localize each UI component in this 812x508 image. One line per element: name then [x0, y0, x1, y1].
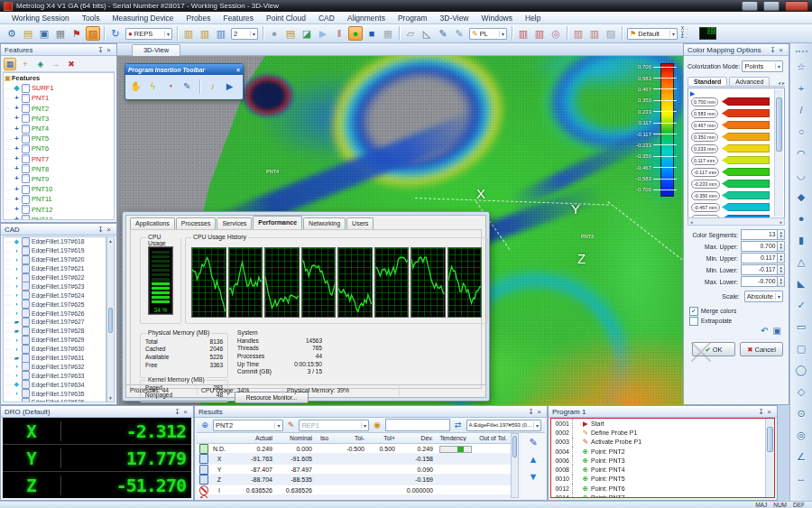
scan-scene[interactable]: X Y Z PNT4 PNT3 0.7000.5830.4670.3500.23… [117, 55, 683, 405]
mesh-gold-icon[interactable]: ▤ [283, 26, 298, 41]
manual-move-icon[interactable]: ✋ [129, 79, 143, 93]
move-down-icon[interactable]: ▼ [526, 469, 540, 484]
result-row-n-d[interactable]: N.D.0.2490.000-0.5000.5000.249 [197, 444, 511, 454]
send-icon[interactable]: → [50, 58, 62, 70]
field-value-color-segments[interactable]: 13 [741, 229, 778, 240]
tree-item-pnt6[interactable]: ···+PNT6 [4, 143, 114, 153]
feature-combo[interactable]: PNT2▾ [213, 420, 283, 431]
mesh-gray-icon[interactable]: ▨ [604, 26, 618, 41]
tm-tab-processes[interactable]: Processes [176, 217, 217, 229]
open-icon[interactable]: ▤ [21, 26, 35, 41]
filter-input[interactable] [385, 419, 450, 431]
line-feature-icon[interactable]: / [792, 99, 810, 121]
pl-combo[interactable]: ✎PL▾ [469, 28, 507, 40]
cad-item-edgefillet-197-628[interactable]: ···▰EdgeFillet.197#628 [4, 327, 106, 336]
transform-icon[interactable]: ⇄ [453, 420, 464, 431]
viewport-3d[interactable]: 3D-View X Y Z PNT4 PNT3 0.7000.5830.4670… [117, 43, 683, 405]
cad-item-edgefillet-197-633[interactable]: ···◗EdgeFillet.197#633 [4, 371, 106, 380]
spinner[interactable]: ▲ ▼ [778, 241, 785, 252]
cad-item-edgefillet-197-620[interactable]: ···◗EdgeFillet.197#620 [4, 255, 106, 264]
circle-point-icon[interactable]: ⊙ [792, 402, 810, 424]
minimize-button[interactable] [742, 1, 758, 11]
color-chip-0-467-mm[interactable]: -0.467 mm [691, 201, 770, 213]
color-chip-0-583-mm[interactable]: 0.583 mm [691, 107, 770, 119]
menu-item-program[interactable]: Program [392, 14, 434, 23]
cad-item-edgefillet-197-631[interactable]: ···▰EdgeFillet.197#631 [4, 354, 106, 363]
vee-feature-icon[interactable]: ✓ [792, 294, 810, 316]
slab-feature-icon[interactable]: ▭ [792, 316, 810, 337]
tree-item-pnt7[interactable]: ···+PNT7 [4, 154, 114, 164]
menu-item-windows[interactable]: Windows [475, 14, 519, 23]
tree-item-pnt3[interactable]: ···+PNT3 [4, 114, 114, 124]
scan-target-icon[interactable]: ◎ [549, 26, 563, 41]
cloud-gold2-icon[interactable]: ▥ [198, 26, 212, 41]
program-insertion-toolbar[interactable]: Program Insertion Toolbar × ✋ϟ◔✎♪▶ [125, 63, 244, 100]
field-value-max-lower[interactable]: -0.700 [741, 276, 778, 287]
tm-tab-networking[interactable]: Networking [303, 217, 346, 229]
pin-icon[interactable]: ↧ [97, 46, 105, 54]
cancel-button[interactable]: ✖ Cancel [740, 342, 783, 356]
scan-red2-icon[interactable]: ▥ [532, 26, 547, 41]
result-row-j[interactable]: J0.3625880.3625880.000000 [197, 495, 511, 498]
move-up-icon[interactable]: ▲ [526, 452, 540, 466]
cloud-gold-icon[interactable]: ▥ [181, 26, 196, 41]
tm-tab-services[interactable]: Services [217, 217, 252, 229]
result-row-z[interactable]: Z-88.704-88.535-0.169 [197, 475, 511, 485]
results-scrollbar[interactable] [511, 433, 519, 498]
cm-tab-advanced[interactable]: Advanced [729, 77, 770, 86]
menu-item-tools[interactable]: Tools [76, 14, 106, 23]
field-value-min-lower[interactable]: -0.117 [741, 264, 778, 275]
scale-marker-icon[interactable]: ▶ [690, 90, 695, 97]
cad-item-edgefillet-197-625[interactable]: ···◗EdgeFillet.197#625 [4, 300, 106, 309]
program-step-0010[interactable]: 0010⊕Point: PNT5 [551, 475, 766, 484]
color-chip-0-350-mm[interactable]: -0.350 mm [691, 189, 770, 201]
cad-item-edgefillet-197-632[interactable]: ···◗EdgeFillet.197#632 [4, 362, 106, 371]
checkbox-merge-colors[interactable]: ✓Merge colors [689, 306, 785, 316]
point-feature-icon[interactable]: + [792, 78, 810, 99]
cad-trim-icon[interactable]: ◺ [420, 26, 434, 41]
settings-icon[interactable]: ⚙ [5, 26, 19, 41]
field-value-min-upper[interactable]: 0.117 [741, 253, 778, 263]
grid-icon[interactable]: ▦ [381, 26, 395, 41]
pen-arrow-icon[interactable]: ✎ [452, 26, 466, 41]
program-step-0004[interactable]: 0004⊕Point: PNT2 [551, 447, 766, 456]
probe-compensation-icon[interactable]: ✎ [180, 79, 194, 93]
construct-feature-icon[interactable]: + [19, 58, 32, 70]
cad-item-edgefillet-197-626[interactable]: ···◗EdgeFillet.197#626 [4, 309, 106, 318]
tm-tab-performance[interactable]: Performance [253, 216, 302, 229]
tree-item-pnt12[interactable]: ···+PNT12 [4, 204, 114, 214]
default-combo[interactable]: ⚑Default▾ [627, 28, 678, 40]
tab-scroll-arrows[interactable]: ◂ ▸ [778, 79, 785, 86]
count-combo[interactable]: 2▾ [231, 28, 258, 40]
scale-scrollbar[interactable] [774, 89, 783, 217]
program-step-0006[interactable]: 0006⊕Point: PNT3 [551, 456, 766, 465]
color-chip-0-467-mm[interactable]: 0.467 mm [691, 119, 770, 131]
cad-item-edgefillet-197-619[interactable]: ···◗EdgeFillet.197#619 [4, 246, 106, 255]
feature-construct-icon[interactable]: ☆ [792, 56, 810, 78]
close-icon[interactable]: × [535, 408, 543, 416]
tree-item-pnt1[interactable]: ···+PNT1 [4, 93, 114, 103]
slot-feature-icon[interactable]: ◡ [792, 164, 810, 186]
task-manager-window[interactable]: ApplicationsProcessesServicesPerformance… [122, 211, 490, 402]
scan-arrow2-icon[interactable]: ▥ [587, 26, 602, 41]
color-chip-0-350-mm[interactable]: 0.350 mm [691, 131, 770, 143]
cad-item-edgefillet-197-635[interactable]: ···◗EdgeFillet.197#635 [4, 389, 106, 398]
pin-icon[interactable]: ↧ [527, 408, 535, 416]
cloud-blue-icon[interactable]: ▥ [214, 26, 228, 41]
color-chip-0-700-mm[interactable]: 0.700 mm [691, 96, 770, 107]
cad-ref-combo[interactable]: A:EdgeFillet.197#593 (0...▾ [466, 420, 541, 431]
result-row-x[interactable]: X-91.763-91.605-0.158 [197, 454, 511, 464]
record-icon[interactable]: ● [348, 26, 363, 41]
scan-arrow1-icon[interactable]: ▥ [571, 26, 586, 41]
checkbox-extrapolate[interactable]: Extrapolate [689, 316, 785, 326]
users-icon[interactable]: ◉ [372, 420, 383, 431]
pin-icon[interactable]: ↧ [769, 46, 777, 54]
spinner[interactable]: ▲ ▼ [778, 253, 785, 263]
sphere-icon[interactable]: ● [267, 26, 281, 41]
toolbar-grip[interactable] [796, 51, 807, 52]
arc-feature-icon[interactable]: ◠ [792, 143, 810, 164]
program-step-0003[interactable]: 0003✎Activate Probe P1 [551, 438, 766, 447]
color-chip-0-117-mm[interactable]: 0.117 mm [691, 154, 770, 166]
save-icon[interactable]: ▣ [37, 26, 51, 41]
program-step-0002[interactable]: 0002✎Define Probe P1 [551, 428, 766, 437]
